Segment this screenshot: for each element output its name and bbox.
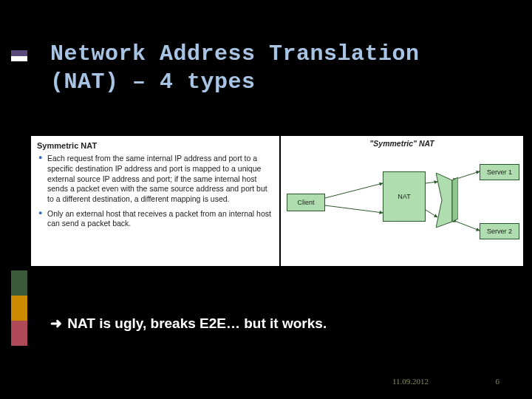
footer-date: 11.09.2012 — [392, 377, 429, 386]
node-server-1: Server 1 — [480, 164, 519, 180]
node-server-2: Server 2 — [480, 223, 519, 239]
node-nat: NAT — [383, 171, 426, 222]
node-client: Client — [287, 194, 325, 211]
node-router-icon — [436, 173, 458, 228]
title-line-1: Network Address Translation — [50, 41, 420, 66]
text-panel: Symmetric NAT Each request from the same… — [31, 136, 279, 266]
diagram-title: "Symmetric" NAT — [281, 139, 523, 148]
bullet-list: Each request from the same internal IP a… — [38, 154, 273, 228]
arrow-right-icon: ➜ — [50, 316, 62, 331]
svg-line-0 — [325, 183, 383, 198]
svg-marker-7 — [452, 177, 458, 222]
page-number: 6 — [496, 377, 500, 386]
slide: Network Address Translation (NAT) – 4 ty… — [0, 0, 532, 399]
svg-line-1 — [325, 205, 383, 213]
svg-line-5 — [457, 222, 480, 231]
svg-marker-6 — [436, 173, 452, 228]
conclusion-text: ➜ NAT is ugly, breaks E2E… but it works. — [50, 315, 327, 332]
accent-stripe-bottom — [11, 270, 27, 346]
slide-title: Network Address Translation (NAT) – 4 ty… — [50, 40, 420, 97]
bullet-item: Only an external host that receives a pa… — [38, 209, 273, 229]
bullet-item: Each request from the same internal IP a… — [38, 154, 273, 204]
panel-heading: Symmetric NAT — [37, 140, 273, 151]
svg-line-4 — [457, 171, 480, 179]
title-line-2: (NAT) – 4 types — [50, 69, 256, 95]
accent-stripe-top — [11, 50, 27, 61]
conclusion-label: NAT is ugly, breaks E2E… but it works. — [67, 316, 327, 331]
diagram-panel: "Symmetric" NAT Client NAT Server 1 Serv… — [281, 136, 523, 266]
